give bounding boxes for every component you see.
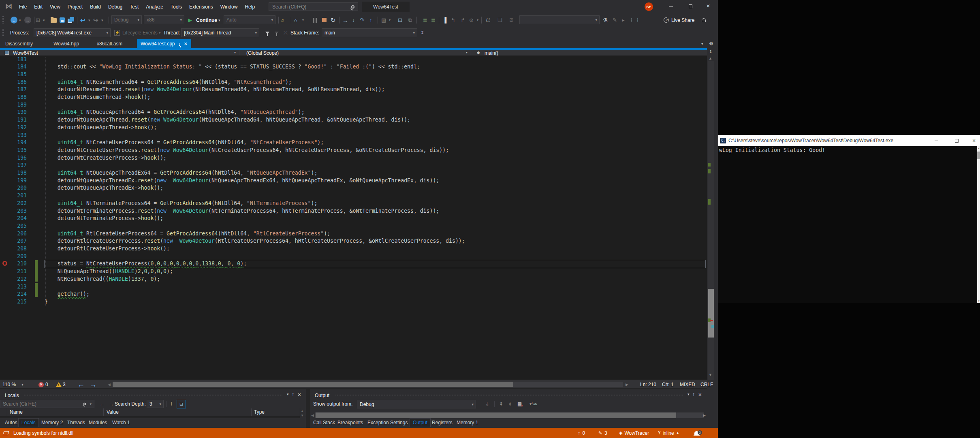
quick-search-input[interactable]: Search (Ctrl+Q): [269, 2, 358, 11]
tab-pin-icon[interactable]: [179, 43, 180, 46]
menu-item-analyze[interactable]: Analyze: [142, 4, 167, 10]
undo-button[interactable]: ↩: [80, 13, 85, 27]
navbar-member-dropdown[interactable]: main(): [485, 50, 498, 56]
prev-bookmark-icon[interactable]: ↰: [451, 13, 455, 27]
editor-options-gear-icon[interactable]: ☸: [709, 41, 713, 47]
line-number[interactable]: 189: [0, 101, 27, 109]
navigate-back-button[interactable]: ←: [11, 13, 17, 27]
output-tab-output[interactable]: Output: [410, 418, 431, 427]
tab-close-icon[interactable]: ✕: [184, 41, 188, 47]
redo-button[interactable]: ↪: [93, 13, 98, 27]
line-number[interactable]: 199: [0, 177, 27, 185]
indent-icon[interactable]: ≣: [423, 13, 427, 27]
code-line-192[interactable]: 192 detourNtQueueApcThread->hook();: [0, 124, 707, 132]
breakpoints-dropdown-icon[interactable]: ▾: [389, 13, 391, 27]
menu-item-edit[interactable]: Edit: [30, 4, 46, 10]
code-line-213[interactable]: 213: [0, 283, 707, 291]
output-close-icon[interactable]: ✕: [698, 392, 702, 397]
filter-threads-icon[interactable]: [265, 27, 269, 38]
console-scroll-down[interactable]: ▼: [978, 300, 980, 302]
output-goto-icon[interactable]: ⤓: [486, 401, 488, 407]
breakpoints-icon[interactable]: ▨: [381, 13, 386, 27]
maximize-button[interactable]: [683, 0, 697, 12]
output-hscroll-left[interactable]: ◀: [311, 413, 314, 417]
new-project-icon[interactable]: ⊞: [36, 13, 40, 27]
line-number[interactable]: 188: [0, 94, 27, 101]
code-line-186[interactable]: 186 uint64_t NtResumeThread64 = GetProcA…: [0, 79, 707, 86]
line-number[interactable]: 196: [0, 154, 27, 162]
line-number[interactable]: 192: [0, 124, 27, 132]
navbar-scope-dropdown[interactable]: (Global Scope): [246, 50, 279, 56]
locals-tab-modules[interactable]: Modules: [86, 418, 110, 427]
zoom-control[interactable]: 110 %▾: [0, 380, 28, 389]
console-close-button[interactable]: ✕: [966, 135, 980, 146]
line-number[interactable]: 200: [0, 184, 27, 192]
line-number[interactable]: 214: [0, 291, 27, 298]
debugbar-grip[interactable]: [2, 29, 4, 36]
code-line-191[interactable]: 191 detourNtQueueApcThread.reset(new Wow…: [0, 116, 707, 124]
pause-icon[interactable]: [313, 13, 317, 27]
code-line-212[interactable]: 212 NtResumeThread((HANDLE)1337, 0);: [0, 276, 707, 283]
step-over-icon[interactable]: ↷: [360, 13, 364, 27]
locals-pin-icon[interactable]: ⊺: [292, 392, 295, 397]
push-count[interactable]: ↑0: [578, 428, 585, 438]
console-scrollbar-thumb[interactable]: [977, 152, 980, 159]
step-out-icon[interactable]: ↑: [369, 13, 372, 27]
code-line-209[interactable]: 209: [0, 253, 707, 261]
line-number[interactable]: 205: [0, 222, 27, 230]
find-combobox[interactable]: ▾: [519, 15, 600, 24]
coldots2-icon[interactable]: ⁞: [637, 13, 638, 27]
locals-close-icon[interactable]: ✕: [297, 392, 301, 397]
locals-back-icon[interactable]: ←: [99, 401, 105, 407]
code-line-194[interactable]: 194 uint64_t NtCreateUserProcess64 = Get…: [0, 139, 707, 147]
code-line-202[interactable]: 202 uint64_t NtTerminateProcess64 = GetP…: [0, 200, 707, 207]
undo-dropdown-icon[interactable]: ▾: [88, 13, 90, 27]
restart-icon[interactable]: ↻: [331, 13, 336, 27]
edit-pencil-icon[interactable]: ✎: [613, 13, 617, 27]
console-minimize-button[interactable]: [928, 135, 944, 146]
process-dropdown[interactable]: [0x67C8] Wow64Test.exe▾: [34, 28, 111, 37]
output-prev-message-icon[interactable]: ⇞: [499, 401, 503, 407]
clear-all-icon[interactable]: ▤✕: [517, 401, 525, 407]
navigate-forward-button[interactable]: →: [24, 13, 31, 27]
code-line-211[interactable]: 211 NtQueueApcThread((HANDLE)2,0,0,0,0);: [0, 268, 707, 276]
output-hscroll-right[interactable]: ▶: [703, 413, 706, 417]
bookmark-dropdown-icon[interactable]: ▾: [477, 13, 478, 27]
navbar-scope-arrow-icon[interactable]: ▾: [466, 51, 468, 54]
account-avatar[interactable]: SE: [645, 2, 653, 11]
coldots1-icon[interactable]: ⁞: [631, 13, 632, 27]
output-tab-exception-settings[interactable]: Exception Settings: [365, 418, 410, 427]
line-number[interactable]: 211: [0, 268, 27, 276]
continue-play-icon[interactable]: ▶: [188, 13, 192, 27]
menu-item-view[interactable]: View: [46, 4, 64, 10]
thread-dropdown[interactable]: [0x2304] Main Thread▾: [181, 28, 259, 37]
show-next-statement-icon[interactable]: →: [342, 13, 348, 27]
line-number[interactable]: 202: [0, 200, 27, 207]
toolbar-grip[interactable]: [2, 16, 4, 24]
code-line-190[interactable]: 190 uint64_t NtQueueApcThread64 = GetPro…: [0, 109, 707, 116]
line-number[interactable]: 191: [0, 116, 27, 124]
code-line-206[interactable]: 206 uint64_t RtlCreateUserProcess64 = Ge…: [0, 230, 707, 238]
line-number[interactable]: 203: [0, 207, 27, 215]
line-number[interactable]: 190: [0, 109, 27, 116]
repo-indicator[interactable]: ◈WowTracer: [619, 428, 649, 438]
menu-item-help[interactable]: Help: [241, 4, 258, 10]
line-number[interactable]: 183: [0, 56, 27, 64]
code-line-203[interactable]: 203 detourNtTerminateProcess.reset(new W…: [0, 207, 707, 215]
edit-count[interactable]: ✎3: [598, 428, 607, 438]
word-wrap-icon[interactable]: ↵ab: [529, 401, 537, 406]
find-in-files-icon[interactable]: ⌕: [281, 13, 284, 27]
column-value[interactable]: Value: [107, 409, 119, 415]
redo-dropdown-icon[interactable]: ▾: [101, 13, 103, 27]
code-line-210[interactable]: 210 status = NtCreateUserProcess(0,0,0,0…: [0, 260, 707, 268]
line-number[interactable]: 184: [0, 63, 27, 71]
code-editor[interactable]: 183184 std::cout << "WowLog Initializati…: [0, 56, 707, 380]
console-scroll-up[interactable]: ▲: [978, 147, 980, 150]
code-line-204[interactable]: 204 detourNtTerminateProcess->hook();: [0, 215, 707, 222]
step-into-icon[interactable]: ↓: [352, 13, 355, 27]
output-dropdown-icon[interactable]: ▾: [687, 392, 690, 397]
editor-scrollbar-thumb[interactable]: [708, 289, 714, 338]
tab-list-dropdown-icon[interactable]: ▾: [701, 42, 703, 46]
code-line-187[interactable]: 187 detourNtResumeThread.reset(new Wow64…: [0, 86, 707, 94]
locals-scroll-up[interactable]: ▲: [301, 409, 304, 413]
